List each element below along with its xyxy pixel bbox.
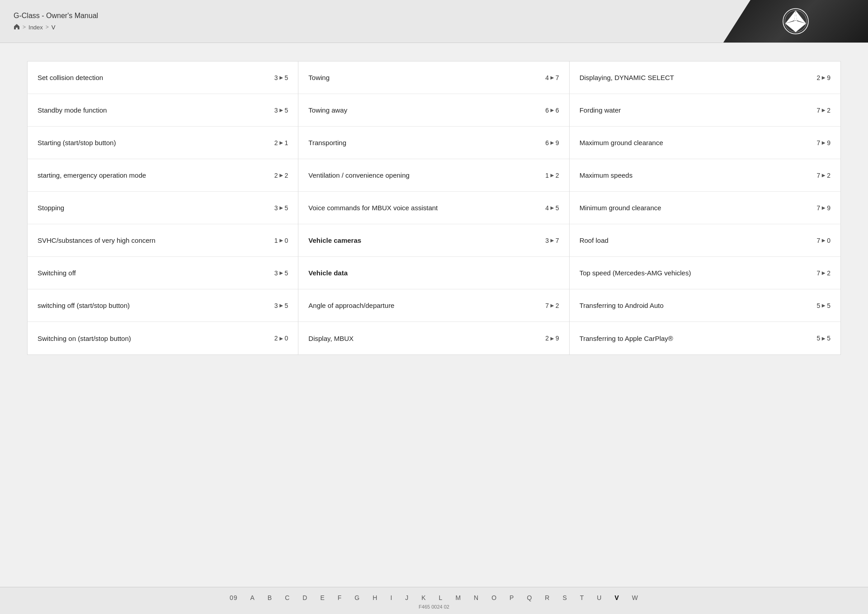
home-icon[interactable] (14, 24, 20, 31)
row-label: Top speed (Mercedes-AMG vehicles) (580, 268, 817, 278)
mercedes-logo (782, 8, 809, 35)
index-table: Set collision detection3►5Standby mode f… (27, 61, 841, 355)
table-row[interactable]: Maximum ground clearance7►9 (570, 127, 840, 159)
row-page: 3►5 (274, 107, 288, 114)
alpha-M[interactable]: M (449, 592, 467, 603)
alpha-09[interactable]: 09 (223, 592, 244, 603)
row-label: Angle of approach/departure (308, 301, 545, 310)
table-row[interactable]: Ventilation / convenience opening1►2 (298, 159, 569, 192)
table-row[interactable]: Standby mode function3►5 (28, 94, 298, 127)
table-row[interactable]: Towing4►7 (298, 61, 569, 94)
row-page: 1►2 (545, 172, 559, 179)
alpha-K[interactable]: K (415, 592, 432, 603)
column-2: Towing4►7Towing away6►6Transporting6►9Ve… (298, 61, 569, 354)
table-row[interactable]: Vehicle cameras3►7 (298, 224, 569, 257)
table-row[interactable]: Roof load7►0 (570, 224, 840, 257)
alpha-J[interactable]: J (399, 592, 415, 603)
table-row[interactable]: Display, MBUX2►9 (298, 322, 569, 354)
table-row[interactable]: Switching off3►5 (28, 257, 298, 289)
table-row[interactable]: Top speed (Mercedes-AMG vehicles)7►2 (570, 257, 840, 289)
table-row[interactable]: SVHC/substances of very high concern1►0 (28, 224, 298, 257)
row-page: 5►5 (817, 302, 830, 309)
table-row[interactable]: Vehicle data (298, 257, 569, 289)
row-page: 7►0 (817, 237, 830, 244)
row-page: 4►5 (545, 204, 559, 212)
row-page: 7►2 (545, 302, 559, 309)
table-row[interactable]: Stopping3►5 (28, 192, 298, 224)
breadcrumb-sep-2: > (46, 24, 49, 30)
row-label: SVHC/substances of very high concern (38, 236, 274, 245)
app-title: G-Class - Owner's Manual (14, 12, 710, 20)
row-label: starting, emergency operation mode (38, 170, 274, 180)
table-row[interactable]: Maximum speeds7►2 (570, 159, 840, 192)
table-row[interactable]: switching off (start/stop button)3►5 (28, 289, 298, 322)
table-row[interactable]: Transporting6►9 (298, 127, 569, 159)
row-label: Displaying, DYNAMIC SELECT (580, 73, 817, 82)
table-row[interactable]: Minimum ground clearance7►9 (570, 192, 840, 224)
table-row[interactable]: Switching on (start/stop button)2►0 (28, 322, 298, 354)
row-page: 7►2 (817, 107, 830, 114)
alpha-T[interactable]: T (574, 592, 591, 603)
row-page: 4►7 (545, 74, 559, 81)
row-label: Switching on (start/stop button) (38, 334, 274, 343)
row-page: 7►2 (817, 172, 830, 179)
alpha-S[interactable]: S (556, 592, 573, 603)
row-page: 7►9 (817, 204, 830, 212)
row-label: Display, MBUX (308, 334, 545, 343)
breadcrumb-sep-1: > (23, 24, 26, 30)
row-label: Minimum ground clearance (580, 203, 817, 213)
table-row[interactable]: Angle of approach/departure7►2 (298, 289, 569, 322)
alpha-P[interactable]: P (503, 592, 520, 603)
row-page: 3►5 (274, 302, 288, 309)
table-row[interactable]: Towing away6►6 (298, 94, 569, 127)
table-row[interactable]: Fording water7►2 (570, 94, 840, 127)
alpha-A[interactable]: A (244, 592, 261, 603)
alpha-F[interactable]: F (331, 592, 349, 603)
alpha-nav: 09ABCDEFGHIJKLMNOPQRSTUVW (0, 592, 868, 603)
breadcrumb-current: V (52, 24, 56, 31)
alpha-G[interactable]: G (348, 592, 366, 603)
row-label: Starting (start/stop button) (38, 138, 274, 147)
table-row[interactable]: Displaying, DYNAMIC SELECT2►9 (570, 61, 840, 94)
alpha-C[interactable]: C (278, 592, 296, 603)
row-page: 2►9 (817, 74, 830, 81)
row-label: Maximum ground clearance (580, 138, 817, 147)
table-row[interactable]: Starting (start/stop button)2►1 (28, 127, 298, 159)
row-label: Standby mode function (38, 105, 274, 115)
alpha-N[interactable]: N (467, 592, 485, 603)
row-label: Towing (308, 73, 545, 82)
footer: 09ABCDEFGHIJKLMNOPQRSTUVW F465 0024 02 (0, 587, 868, 614)
alpha-D[interactable]: D (296, 592, 314, 603)
row-label: Switching off (38, 268, 274, 278)
column-3: Displaying, DYNAMIC SELECT2►9Fording wat… (570, 61, 840, 354)
alpha-B[interactable]: B (261, 592, 278, 603)
table-row[interactable]: Transferring to Apple CarPlay®5►5 (570, 322, 840, 354)
alpha-L[interactable]: L (433, 592, 449, 603)
row-label: Maximum speeds (580, 170, 817, 180)
row-label: Roof load (580, 236, 817, 245)
row-page: 3►5 (274, 204, 288, 212)
row-page: 2►0 (274, 335, 288, 342)
table-row[interactable]: Set collision detection3►5 (28, 61, 298, 94)
alpha-U[interactable]: U (590, 592, 608, 603)
footer-code: F465 0024 02 (419, 604, 449, 609)
header-left: G-Class - Owner's Manual > Index > V (0, 0, 723, 43)
row-label: Vehicle data (308, 268, 559, 278)
alpha-V[interactable]: V (608, 592, 625, 603)
alpha-Q[interactable]: Q (520, 592, 538, 603)
table-row[interactable]: Transferring to Android Auto5►5 (570, 289, 840, 322)
alpha-H[interactable]: H (366, 592, 384, 603)
column-1: Set collision detection3►5Standby mode f… (28, 61, 298, 354)
alpha-E[interactable]: E (314, 592, 331, 603)
breadcrumb: > Index > V (14, 24, 710, 31)
alpha-O[interactable]: O (485, 592, 503, 603)
alpha-I[interactable]: I (384, 592, 399, 603)
alpha-W[interactable]: W (626, 592, 645, 603)
row-page: 3►5 (274, 269, 288, 277)
table-row[interactable]: starting, emergency operation mode2►2 (28, 159, 298, 192)
breadcrumb-index[interactable]: Index (28, 24, 43, 31)
logo-area (723, 0, 868, 43)
table-row[interactable]: Voice commands for MBUX voice assistant4… (298, 192, 569, 224)
row-label: Towing away (308, 105, 545, 115)
alpha-R[interactable]: R (538, 592, 556, 603)
